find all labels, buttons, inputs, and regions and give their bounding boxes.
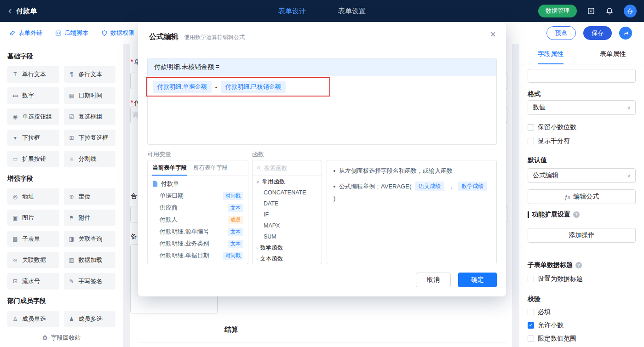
checkbox-set-data-title[interactable]: 设置为数据标题 [528,275,636,283]
checkbox-required[interactable]: 必填 [528,308,636,316]
function-item[interactable]: MAPX [253,220,322,231]
default-value-select[interactable]: 公式编辑 ∨ [528,168,636,183]
data-permission-link[interactable]: 数据权限 [101,29,134,37]
checkbox-limit-range[interactable]: 限定数值范围 [528,335,636,343]
save-button[interactable]: 保存 [583,26,612,40]
section-member-fields: 部门成员字段 [7,297,115,305]
tree-root-form[interactable]: 付款单 [148,176,248,190]
field-signature[interactable]: ✎手写签名 [64,273,116,290]
field-data-load[interactable]: ▥数据加载 [64,252,116,268]
checkbox-checked-icon [528,322,534,329]
user-avatar[interactable]: 存 [624,5,637,17]
function-item[interactable]: DATE [253,198,322,209]
field-datetime[interactable]: ▦日期时间 [64,87,116,104]
field-multi-dropdown[interactable]: ⊞下拉复选框 [64,130,116,146]
function-item[interactable]: CONCATENATE [253,187,322,198]
validation-title: 校验 [528,295,636,303]
variable-field-row[interactable]: 付款明细.源单编号文本 [148,226,248,238]
chevron-down-icon: ∨ [256,179,259,184]
function-search-input[interactable] [264,165,318,171]
field-type-tag: 时间戳 [223,192,243,200]
section-marker [528,211,529,218]
checkbox-allow-decimal[interactable]: 允许小数 [528,321,636,330]
variable-field-row[interactable]: 供应商文本 [148,202,248,214]
edit-formula-button[interactable]: ƒx 编辑公式 [528,189,636,204]
function-item[interactable]: IF [253,209,322,220]
field-single-line-text[interactable]: T单行文本 [7,66,59,83]
field-subform[interactable]: ▤子表单 [7,231,59,247]
field-extend-button[interactable]: ▭扩展按钮 [7,151,59,167]
field-location[interactable]: ⊕定位 [64,188,116,205]
field-type-tag: 时间戳 [223,252,243,260]
tab-form-properties[interactable]: 表单属性 [582,44,644,64]
form-field-label: 备 [131,233,137,241]
formula-operand-left[interactable]: 付款明细.单据金额 [153,81,212,93]
field-dropdown[interactable]: ▾下拉框 [7,130,59,146]
tab-form-design[interactable]: 表单设计 [278,7,306,16]
field-related-query[interactable]: ◨关联查询 [64,231,116,247]
app-window: ‹ 付款单 表单设计 表单设置 数据管理 存 表单外链 后端脚本 [0,0,644,347]
number-icon: 123 [11,94,19,98]
apps-icon[interactable] [587,7,595,15]
form-external-link[interactable]: 表单外链 [9,29,42,37]
formula-expression[interactable]: 付款明细.单据金额 - 付款明细.已核销金额 [153,81,286,93]
formula-target: 付款明细.未核销金额 = [148,58,496,76]
field-palette-sidebar: 基础字段 T单行文本 ¶多行文本 123数字 ▦日期时间 ◉单选按钮组 ☑复选框… [0,44,123,347]
tab-field-properties[interactable]: 字段属性 [519,44,582,64]
variable-field-row[interactable]: 付款明细.单据日期时间戳 [148,250,248,262]
preview-button[interactable]: 预览 [546,26,576,40]
function-search[interactable] [253,160,322,176]
dropdown-field-icon: ▾ [11,135,19,141]
shield-icon [101,30,108,36]
checkbox-keep-decimals[interactable]: 保留小数位数 [528,123,636,131]
field-divider[interactable]: ≡分割线 [64,151,116,167]
checkbox-icon [528,309,534,315]
variable-field-row[interactable]: 单据日期时间戳 [148,190,248,202]
field-attachment[interactable]: ⚑附件 [64,210,116,226]
variable-field-row[interactable]: 付款明细.业务类别文本 [148,238,248,250]
field-member-single[interactable]: ♙成员单选 [7,311,59,327]
function-group-text[interactable]: › 文本函数 [253,253,322,264]
notification-bell-icon[interactable] [605,7,614,15]
format-select[interactable]: 数值 ∨ [528,100,636,115]
field-title-input[interactable] [528,69,636,83]
basic-fields-grid: T单行文本 ¶多行文本 123数字 ▦日期时间 ◉单选按钮组 ☑复选框组 ▾下拉… [7,66,115,167]
share-button[interactable] [619,27,632,40]
fx-icon: ƒx [564,193,571,200]
function-item[interactable]: SUM [253,231,322,242]
add-action-button[interactable]: 添加操作 [528,228,636,243]
formula-operator[interactable]: - [215,84,217,91]
field-serial-number[interactable]: ⊡流水号 [7,273,59,290]
field-address[interactable]: ◎地址 [7,188,59,205]
field-multi-line-text[interactable]: ¶多行文本 [64,66,116,83]
cancel-button[interactable]: 取消 [416,273,451,287]
formula-operand-right[interactable]: 付款明细.已核销金额 [221,81,286,93]
field-checkbox-group[interactable]: ☑复选框组 [64,108,116,125]
function-group-math[interactable]: › 数学函数 [253,242,322,253]
field-image[interactable]: ▣图片 [7,210,59,226]
formula-editor[interactable]: 付款明细.未核销金额 = [147,58,497,145]
tab-form-settings[interactable]: 表单设置 [338,7,366,16]
field-number[interactable]: 123数字 [7,87,59,104]
tab-all-form-fields[interactable]: 所有表单字段 [193,160,228,176]
function-group-common[interactable]: ∨ 常用函数 [253,176,322,187]
data-manage-button[interactable]: 数据管理 [538,5,577,17]
help-icon[interactable]: ? [573,211,580,218]
backend-script-link[interactable]: 后端脚本 [55,29,88,37]
tab-current-form-fields[interactable]: 当前表单字段 [152,160,187,176]
variable-field-row[interactable]: 付款人成员 [148,214,248,226]
extension-settings-title: 功能扩展设置 ? [528,210,636,219]
topbar-actions: 数据管理 存 [538,5,637,17]
field-radio-group[interactable]: ◉单选按钮组 [7,108,59,125]
document-icon [152,181,158,187]
close-icon[interactable]: × [490,29,496,40]
checkbox-thousand-separator[interactable]: 显示千分符 [528,137,636,145]
help-icon[interactable]: ? [575,262,582,268]
format-label: 格式 [528,90,636,98]
field-recycle-bin[interactable]: ♻ 字段回收站 [0,328,123,347]
field-member-multi[interactable]: ♟成员多选 [64,311,116,327]
field-related-data[interactable]: ∞关联数据 [7,252,59,268]
code-icon [55,30,62,36]
confirm-button[interactable]: 确定 [458,273,497,287]
settlement-divider [138,342,507,342]
